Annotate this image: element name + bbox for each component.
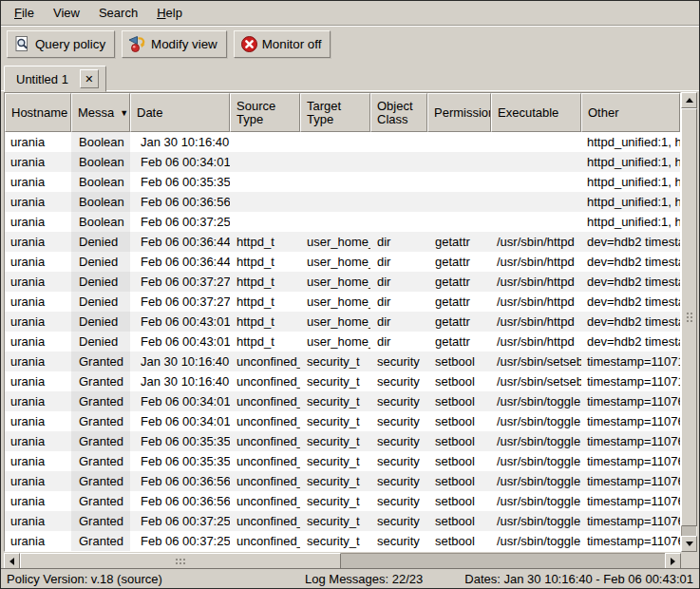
cell-message: Denied xyxy=(71,252,130,272)
cell-date: Feb 06 00:43:01 xyxy=(130,312,230,332)
cell-date: Feb 06 00:36:56 xyxy=(130,192,230,212)
tab-close-button[interactable]: ✕ xyxy=(80,69,99,88)
tab-label: Untitled 1 xyxy=(16,72,68,86)
column-header-object-class[interactable]: Object Class xyxy=(370,93,427,132)
table-row[interactable]: urania Granted Jan 30 10:16:40 unconfine… xyxy=(5,352,680,371)
table-row[interactable]: urania Granted Feb 06 00:35:35 unconfine… xyxy=(5,431,680,451)
cell-target-type xyxy=(300,212,370,232)
cell-source-type xyxy=(230,152,300,172)
cell-hostname: urania xyxy=(5,531,71,551)
table-row[interactable]: urania Boolean Jan 30 10:16:40 httpd_uni… xyxy=(5,132,680,152)
cell-date: Feb 06 00:37:25 xyxy=(130,212,230,232)
horizontal-scrollbar[interactable] xyxy=(4,553,681,569)
table-row[interactable]: urania Granted Feb 06 00:35:35 unconfine… xyxy=(5,451,680,471)
table-row[interactable]: urania Granted Feb 06 00:34:01 unconfine… xyxy=(5,411,680,431)
cell-object-class: security xyxy=(370,491,427,511)
cell-hostname: urania xyxy=(5,511,71,531)
table-row[interactable]: urania Boolean Feb 06 00:34:01 httpd_uni… xyxy=(5,152,680,172)
table-row[interactable]: urania Denied Feb 06 00:37:27 httpd_t us… xyxy=(5,272,680,292)
cell-date: Jan 30 10:16:40 xyxy=(130,132,230,152)
column-header-other[interactable]: Other xyxy=(581,93,680,132)
table-row[interactable]: urania Granted Feb 06 00:37:25 unconfine… xyxy=(5,511,680,531)
modify-view-button[interactable]: Modify view xyxy=(122,30,227,58)
table-row[interactable]: urania Granted Jan 30 10:16:40 unconfine… xyxy=(5,371,680,391)
column-header-date[interactable]: Date xyxy=(130,93,230,132)
cell-object-class xyxy=(370,212,427,232)
cell-hostname: urania xyxy=(5,292,71,312)
cell-executable: /usr/sbin/httpd xyxy=(491,232,581,252)
table-row[interactable]: urania Denied Feb 06 00:36:44 httpd_t us… xyxy=(5,232,680,252)
column-header-executable[interactable]: Executable xyxy=(491,93,581,132)
tab-bar: Untitled 1 ✕ xyxy=(1,62,699,91)
menu-file[interactable]: File xyxy=(5,3,44,23)
column-header-hostname[interactable]: Hostname xyxy=(5,93,71,132)
table-row[interactable]: urania Denied Feb 06 00:43:01 httpd_t us… xyxy=(5,312,680,332)
scroll-right-button[interactable] xyxy=(665,553,681,569)
cell-source-type xyxy=(230,172,300,192)
column-header-target-type[interactable]: Target Type xyxy=(300,93,370,132)
cell-executable: /usr/sbin/toggle xyxy=(491,451,581,471)
table-row[interactable]: urania Denied Feb 06 00:37:27 httpd_t us… xyxy=(5,292,680,312)
cell-executable: /usr/sbin/toggle xyxy=(491,531,581,551)
cell-hostname: urania xyxy=(5,491,71,511)
cell-permission: setbool xyxy=(427,491,491,511)
cell-message: Granted xyxy=(71,352,130,371)
cell-target-type: security_t xyxy=(300,352,370,371)
cell-source-type: unconfined_ xyxy=(230,451,300,471)
table-row[interactable]: urania Boolean Feb 06 00:36:56 httpd_uni… xyxy=(5,192,680,212)
cell-source-type xyxy=(230,192,300,212)
vertical-scrollbar[interactable] xyxy=(681,92,697,552)
vertical-scrollbar-thumb[interactable] xyxy=(681,108,697,526)
cell-object-class xyxy=(370,132,427,152)
table-row[interactable]: urania Denied Feb 06 00:43:01 httpd_t us… xyxy=(5,332,680,352)
cell-message: Granted xyxy=(71,531,130,551)
query-policy-button[interactable]: Query policy xyxy=(7,30,115,58)
tab-untitled-1[interactable]: Untitled 1 ✕ xyxy=(4,66,106,92)
cell-other: httpd_unified:1, h xyxy=(581,152,680,172)
cell-permission: setbool xyxy=(427,371,491,391)
cell-other: dev=hdb2 timesta xyxy=(581,272,680,292)
cell-executable: /usr/sbin/httpd xyxy=(491,252,581,272)
column-header-permission[interactable]: Permission xyxy=(427,93,491,132)
arrow-down-icon xyxy=(686,542,693,546)
cell-other: timestamp=11076 xyxy=(581,411,680,431)
cell-object-class: security xyxy=(370,471,427,491)
cell-message: Granted xyxy=(71,491,130,511)
cell-permission: setbool xyxy=(427,471,491,491)
menu-help[interactable]: Help xyxy=(147,3,192,23)
cell-other: httpd_unified:1, h xyxy=(581,132,680,152)
horizontal-scrollbar-thumb[interactable] xyxy=(20,553,341,569)
monitor-off-button[interactable]: Monitor off xyxy=(234,30,331,58)
cell-source-type: unconfined_ xyxy=(230,352,300,371)
table-row[interactable]: urania Granted Feb 06 00:34:01 unconfine… xyxy=(5,391,680,411)
column-header-source-type[interactable]: Source Type xyxy=(230,93,300,132)
menu-view[interactable]: View xyxy=(44,3,89,23)
scroll-down-button[interactable] xyxy=(681,536,697,552)
cell-object-class: security xyxy=(370,411,427,431)
table-row[interactable]: urania Boolean Feb 06 00:35:35 httpd_uni… xyxy=(5,172,680,192)
table-row[interactable]: urania Granted Feb 06 00:36:56 unconfine… xyxy=(5,471,680,491)
table-row[interactable]: urania Granted Feb 06 00:36:56 unconfine… xyxy=(5,491,680,511)
cell-date: Feb 06 00:34:01 xyxy=(130,411,230,431)
cell-source-type: httpd_t xyxy=(230,312,300,332)
cell-source-type: httpd_t xyxy=(230,252,300,272)
table-row[interactable]: urania Denied Feb 06 00:36:44 httpd_t us… xyxy=(5,252,680,272)
cell-permission xyxy=(427,172,491,192)
scroll-left-button[interactable] xyxy=(4,553,20,569)
table-row[interactable]: urania Boolean Feb 06 00:37:25 httpd_uni… xyxy=(5,212,680,232)
cell-hostname: urania xyxy=(5,172,71,192)
cell-message: Granted xyxy=(71,471,130,491)
cell-message: Denied xyxy=(71,292,130,312)
cell-target-type: security_t xyxy=(300,471,370,491)
column-header-message[interactable]: Messa▼ xyxy=(71,93,130,132)
dates-status: Dates: Jan 30 10:16:40 - Feb 06 00:43:01 xyxy=(464,572,693,586)
cell-source-type xyxy=(230,212,300,232)
log-messages-status: Log Messages: 22/23 xyxy=(263,572,464,586)
table-row[interactable]: urania Granted Feb 06 00:37:25 unconfine… xyxy=(5,531,680,551)
cell-other: dev=hdb2 timesta xyxy=(581,252,680,272)
scroll-up-button[interactable] xyxy=(681,92,697,108)
cell-hostname: urania xyxy=(5,312,71,332)
menu-search[interactable]: Search xyxy=(89,3,147,23)
cell-permission: getattr xyxy=(427,252,491,272)
menubar: File View Search Help xyxy=(1,1,699,26)
